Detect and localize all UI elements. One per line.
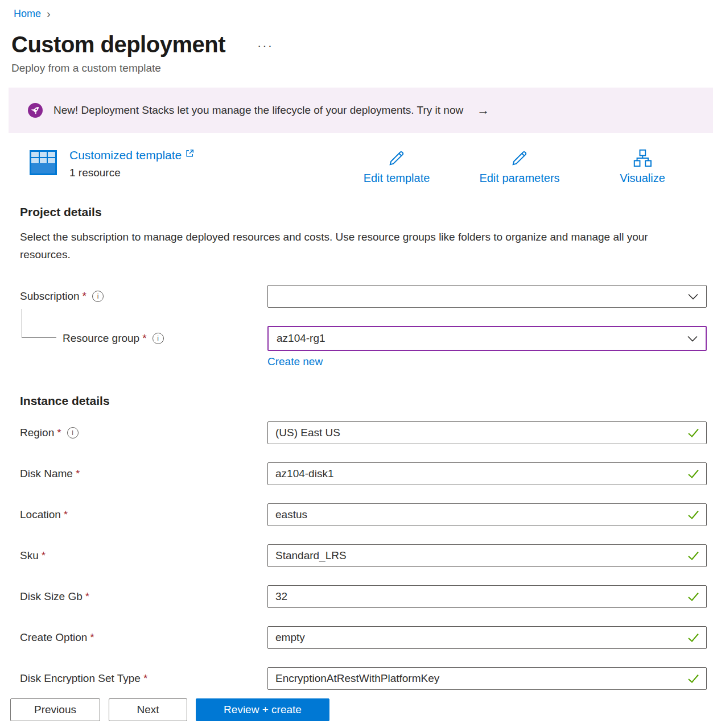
edit-template-button[interactable]: Edit template (354, 148, 439, 185)
disk-name-input-col (267, 462, 707, 485)
create-option-row: Create Option * (20, 626, 707, 649)
create-new-link[interactable]: Create new (267, 355, 323, 367)
chevron-down-icon (688, 293, 698, 300)
resource-group-label-group: Resource group * i (20, 332, 267, 345)
subscription-row: Subscription * i (20, 285, 707, 308)
deployment-stacks-banner[interactable]: New! Deployment Stacks let you manage th… (9, 88, 713, 133)
breadcrumb: Home › (0, 0, 713, 20)
disk-name-label-group: Disk Name * (20, 468, 267, 480)
template-actions: Edit template Edit parameters Visualize (354, 148, 713, 185)
disk-encryption-set-type-row: Disk Encryption Set Type * (20, 667, 707, 690)
subscription-label: Subscription (20, 290, 80, 303)
template-name: Customized template (69, 148, 182, 163)
disk-size-gb-row: Disk Size Gb * (20, 585, 707, 608)
disk-encryption-set-type-label-group: Disk Encryption Set Type * (20, 672, 267, 685)
disk-size-gb-input-box (267, 585, 707, 608)
checkmark-icon (687, 469, 699, 478)
template-info: Customized template 1 resource (69, 148, 195, 179)
breadcrumb-chevron-icon: › (47, 8, 51, 19)
disk-name-input[interactable] (268, 464, 682, 483)
title-row: Custom deployment ··· (11, 31, 713, 58)
previous-button[interactable]: Previous (10, 698, 100, 721)
info-icon[interactable]: i (92, 291, 104, 302)
subscription-dropdown[interactable] (267, 285, 707, 308)
region-label-group: Region * i (20, 427, 267, 439)
edit-parameters-label: Edit parameters (479, 172, 559, 185)
sku-label: Sku (20, 549, 39, 562)
disk-encryption-set-type-label: Disk Encryption Set Type (20, 672, 141, 685)
footer-bar: Previous Next Review + create (0, 692, 713, 728)
sku-input[interactable] (268, 546, 682, 565)
edit-parameters-button[interactable]: Edit parameters (477, 148, 562, 185)
checkmark-icon (687, 551, 699, 560)
custom-deployment-page: Home › Custom deployment ··· Deploy from… (0, 0, 713, 728)
subscription-label-group: Subscription * i (20, 290, 267, 303)
disk-encryption-set-type-input[interactable] (268, 669, 682, 688)
disk-name-label: Disk Name (20, 468, 73, 480)
checkmark-icon (687, 592, 699, 601)
disk-size-gb-label: Disk Size Gb (20, 590, 83, 603)
breadcrumb-home-link[interactable]: Home (14, 8, 41, 20)
resource-group-dropdown[interactable]: az104-rg1 (267, 326, 707, 351)
required-asterisk: * (57, 427, 61, 439)
review-create-button[interactable]: Review + create (196, 698, 329, 721)
required-asterisk: * (42, 549, 46, 562)
checkmark-icon (687, 428, 699, 437)
pencil-icon (386, 148, 407, 168)
required-asterisk: * (64, 508, 68, 521)
checkmark-icon (687, 674, 699, 683)
external-link-icon (185, 148, 195, 158)
region-row: Region * i (20, 421, 707, 444)
create-new-col: Create new (267, 355, 707, 368)
visualize-button[interactable]: Visualize (600, 148, 685, 185)
location-input[interactable] (268, 505, 682, 524)
arrow-right-icon: → (477, 103, 489, 118)
create-option-input-col (267, 626, 707, 649)
resource-group-label: Resource group (63, 332, 139, 345)
location-label-group: Location * (20, 508, 267, 521)
more-options-button[interactable]: ··· (254, 38, 277, 55)
create-new-row: Create new (20, 355, 707, 368)
region-label: Region (20, 427, 54, 439)
create-option-label: Create Option (20, 631, 87, 644)
required-asterisk: * (76, 468, 80, 480)
required-asterisk: * (90, 631, 94, 644)
disk-encryption-set-type-input-col (267, 667, 707, 690)
location-input-box (267, 503, 707, 526)
create-option-label-group: Create Option * (20, 631, 267, 644)
next-button[interactable]: Next (109, 698, 187, 721)
disk-size-gb-input[interactable] (268, 587, 682, 606)
banner-message: New! Deployment Stacks let you manage th… (53, 104, 463, 117)
info-icon[interactable]: i (67, 427, 79, 439)
required-asterisk: * (85, 590, 89, 603)
rocket-icon (27, 102, 43, 118)
template-icon (30, 150, 57, 175)
sku-row: Sku * (20, 544, 707, 567)
visualize-icon (632, 148, 653, 168)
customized-template-link[interactable]: Customized template (69, 148, 195, 163)
required-asterisk: * (142, 332, 146, 345)
subscription-input-col (267, 285, 707, 308)
create-option-input-box (267, 626, 707, 649)
required-asterisk: * (83, 290, 86, 303)
checkmark-icon (687, 633, 699, 642)
instance-details-heading: Instance details (20, 394, 713, 408)
disk-name-row: Disk Name * (20, 462, 707, 485)
pencil-icon (509, 148, 530, 168)
resource-group-value: az104-rg1 (277, 332, 325, 345)
project-details-description: Select the subscription to manage deploy… (20, 228, 671, 263)
create-option-input[interactable] (268, 628, 682, 647)
page-title: Custom deployment (11, 31, 225, 58)
disk-size-gb-input-col (267, 585, 707, 608)
disk-size-gb-label-group: Disk Size Gb * (20, 590, 267, 603)
region-input[interactable] (268, 423, 682, 442)
edit-template-label: Edit template (364, 172, 430, 185)
sku-input-box (267, 544, 707, 567)
info-icon[interactable]: i (153, 333, 164, 344)
resource-group-row: Resource group * i az104-rg1 (20, 326, 707, 351)
indent-connector (22, 309, 56, 338)
region-input-box (267, 421, 707, 444)
project-details-form: Subscription * i Resource group * i (20, 285, 707, 368)
sku-input-col (267, 544, 707, 567)
instance-details-form: Region * i Disk Name * (20, 421, 707, 690)
